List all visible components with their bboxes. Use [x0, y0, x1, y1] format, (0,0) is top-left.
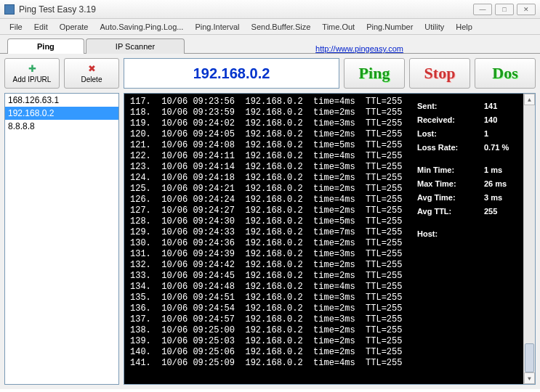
stats-panel: Sent:141 Received:140 Lost:1 Loss Rate:0…	[413, 97, 529, 381]
menu-ping-number[interactable]: Ping.Number	[361, 21, 418, 33]
delete-icon: ✖	[88, 63, 96, 74]
console-scrollbar[interactable]: ▲ ▼	[523, 94, 535, 384]
scroll-up-button[interactable]: ▲	[524, 94, 535, 105]
console: 117. 10/06 09:23:56 192.168.0.2 time=4ms…	[124, 93, 536, 385]
ip-list-item[interactable]: 168.126.63.1	[5, 94, 118, 107]
ping-log: 117. 10/06 09:23:56 192.168.0.2 time=4ms…	[130, 97, 413, 381]
avgtime-value: 3 ms	[484, 191, 525, 205]
scroll-down-button[interactable]: ▼	[524, 372, 535, 384]
lost-value: 1	[484, 127, 525, 141]
ip-list-item[interactable]: 8.8.8.8	[5, 120, 118, 133]
scroll-track[interactable]	[524, 105, 535, 372]
avgttl-label: Avg TTL:	[417, 205, 484, 219]
window-title: Ping Test Easy 3.19	[19, 4, 473, 15]
website-link[interactable]: http://www.pingeasy.com	[315, 44, 403, 53]
maximize-button[interactable]: □	[495, 4, 514, 15]
menu-utility[interactable]: Utility	[419, 21, 449, 33]
ping-button[interactable]: Ping	[344, 58, 405, 89]
host-label: Host:	[417, 227, 484, 241]
mintime-value: 1 ms	[484, 163, 525, 177]
ip-list[interactable]: 168.126.63.1192.168.0.28.8.8.8	[4, 93, 119, 385]
tab-ip-scanner[interactable]: IP Scanner	[86, 38, 185, 54]
minimize-button[interactable]: —	[473, 4, 492, 15]
menu-help[interactable]: Help	[451, 21, 477, 33]
received-value: 140	[484, 113, 525, 127]
add-ip-label: Add IP/URL	[13, 75, 52, 83]
menu-operate[interactable]: Operate	[55, 21, 94, 33]
tab-ping[interactable]: Ping	[7, 38, 84, 54]
lossrate-value: 0.71 %	[484, 141, 525, 155]
app-icon	[4, 4, 15, 15]
menubar: FileEditOperateAuto.Saving.Ping.Log...Pi…	[0, 19, 540, 35]
dos-button[interactable]: Dos	[475, 58, 536, 89]
maxtime-value: 26 ms	[484, 177, 525, 191]
tab-row: Ping IP Scanner http://www.pingeasy.com	[0, 35, 540, 54]
sidebar: ✚ Add IP/URL ✖ Delete 168.126.63.1192.16…	[4, 58, 119, 385]
close-button[interactable]: ✕	[517, 4, 536, 15]
ip-list-item[interactable]: 192.168.0.2	[5, 107, 118, 120]
lost-label: Lost:	[417, 127, 484, 141]
menu-send-buffer-size[interactable]: Send.Buffer.Size	[246, 21, 316, 33]
avgtime-label: Avg Time:	[417, 191, 484, 205]
host-value	[484, 227, 525, 241]
menu-ping-interval[interactable]: Ping.Interval	[190, 21, 244, 33]
lossrate-label: Loss Rate:	[417, 141, 484, 155]
scroll-thumb[interactable]	[525, 343, 534, 372]
delete-ip-label: Delete	[81, 75, 102, 83]
mintime-label: Min Time:	[417, 163, 484, 177]
sent-value: 141	[484, 99, 525, 113]
plus-icon: ✚	[28, 63, 36, 74]
ip-input[interactable]: 192.168.0.2	[124, 58, 339, 89]
menu-edit[interactable]: Edit	[29, 21, 53, 33]
menu-file[interactable]: File	[4, 21, 28, 33]
add-ip-button[interactable]: ✚ Add IP/URL	[4, 58, 60, 89]
titlebar: Ping Test Easy 3.19 — □ ✕	[0, 0, 540, 19]
avgttl-value: 255	[484, 205, 525, 219]
received-label: Received:	[417, 113, 484, 127]
sent-label: Sent:	[417, 99, 484, 113]
stop-button[interactable]: Stop	[409, 58, 470, 89]
delete-ip-button[interactable]: ✖ Delete	[64, 58, 119, 89]
maxtime-label: Max Time:	[417, 177, 484, 191]
menu-time-out[interactable]: Time.Out	[317, 21, 360, 33]
menu-auto-saving-ping-log-[interactable]: Auto.Saving.Ping.Log...	[94, 21, 188, 33]
